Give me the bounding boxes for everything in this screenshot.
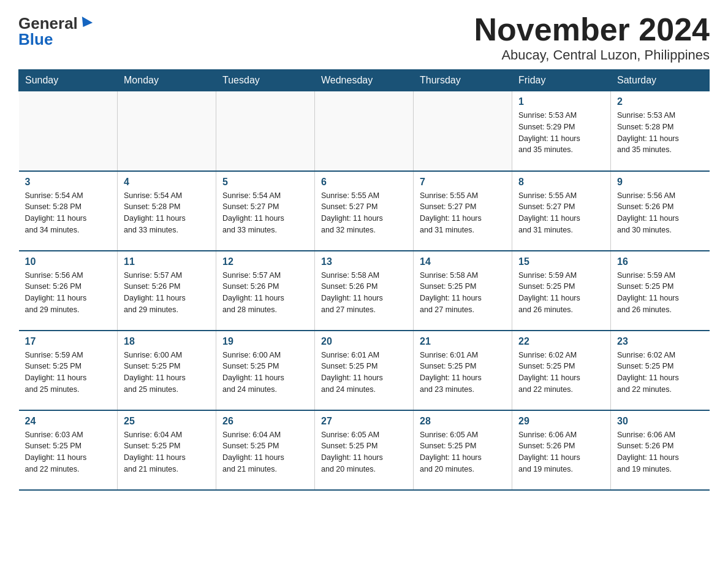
- day-number: 5: [222, 177, 308, 188]
- day-number: 20: [321, 336, 407, 347]
- day-number: 12: [222, 256, 308, 267]
- weekday-header: Saturday: [611, 70, 710, 91]
- calendar-cell: 23Sunrise: 6:02 AMSunset: 5:25 PMDayligh…: [611, 331, 710, 410]
- day-info: Sunrise: 6:01 AMSunset: 5:25 PMDaylight:…: [321, 350, 407, 396]
- day-number: 26: [222, 416, 308, 427]
- calendar-table: SundayMondayTuesdayWednesdayThursdayFrid…: [18, 69, 710, 491]
- day-info: Sunrise: 5:57 AMSunset: 5:26 PMDaylight:…: [124, 270, 210, 316]
- page-header: General Blue November 2024 Abucay, Centr…: [18, 12, 710, 63]
- calendar-cell: 4Sunrise: 5:54 AMSunset: 5:28 PMDaylight…: [118, 171, 216, 251]
- title-block: November 2024 Abucay, Central Luzon, Phi…: [474, 12, 710, 63]
- calendar-cell: 22Sunrise: 6:02 AMSunset: 5:25 PMDayligh…: [512, 331, 611, 410]
- day-info: Sunrise: 5:59 AMSunset: 5:25 PMDaylight:…: [518, 270, 604, 316]
- day-info: Sunrise: 5:58 AMSunset: 5:25 PMDaylight:…: [420, 270, 506, 316]
- calendar-cell: 19Sunrise: 6:00 AMSunset: 5:25 PMDayligh…: [216, 331, 315, 410]
- day-number: 6: [321, 177, 407, 188]
- calendar-cell: 25Sunrise: 6:04 AMSunset: 5:25 PMDayligh…: [118, 410, 216, 490]
- day-info: Sunrise: 6:04 AMSunset: 5:25 PMDaylight:…: [222, 429, 308, 475]
- day-number: 16: [617, 256, 703, 267]
- day-number: 29: [518, 416, 604, 427]
- day-number: 11: [124, 256, 210, 267]
- weekday-header: Friday: [512, 70, 611, 91]
- page-title: November 2024: [474, 12, 710, 47]
- calendar-cell: [19, 91, 118, 171]
- calendar-cell: 24Sunrise: 6:03 AMSunset: 5:25 PMDayligh…: [19, 410, 118, 490]
- day-number: 18: [124, 336, 210, 347]
- calendar-week-row: 17Sunrise: 5:59 AMSunset: 5:25 PMDayligh…: [19, 331, 710, 410]
- day-number: 28: [420, 416, 506, 427]
- day-info: Sunrise: 5:55 AMSunset: 5:27 PMDaylight:…: [518, 190, 604, 236]
- day-info: Sunrise: 6:05 AMSunset: 5:25 PMDaylight:…: [321, 429, 407, 475]
- day-info: Sunrise: 6:06 AMSunset: 5:26 PMDaylight:…: [617, 429, 703, 475]
- day-info: Sunrise: 5:56 AMSunset: 5:26 PMDaylight:…: [25, 270, 112, 316]
- calendar-week-row: 3Sunrise: 5:54 AMSunset: 5:28 PMDaylight…: [19, 171, 710, 251]
- day-number: 8: [518, 177, 604, 188]
- calendar-cell: 27Sunrise: 6:05 AMSunset: 5:25 PMDayligh…: [315, 410, 414, 490]
- day-number: 21: [420, 336, 506, 347]
- calendar-week-row: 24Sunrise: 6:03 AMSunset: 5:25 PMDayligh…: [19, 410, 710, 490]
- day-info: Sunrise: 5:59 AMSunset: 5:25 PMDaylight:…: [25, 350, 112, 396]
- day-number: 9: [617, 177, 703, 188]
- day-info: Sunrise: 6:02 AMSunset: 5:25 PMDaylight:…: [518, 350, 604, 396]
- calendar-cell: 2Sunrise: 5:53 AMSunset: 5:28 PMDaylight…: [611, 91, 710, 171]
- calendar-cell: 14Sunrise: 5:58 AMSunset: 5:25 PMDayligh…: [414, 251, 512, 331]
- day-number: 2: [617, 96, 703, 107]
- day-number: 3: [25, 177, 112, 188]
- day-number: 27: [321, 416, 407, 427]
- weekday-header: Thursday: [414, 70, 512, 91]
- day-info: Sunrise: 5:53 AMSunset: 5:29 PMDaylight:…: [518, 110, 604, 156]
- calendar-cell: [315, 91, 414, 171]
- calendar-cell: 8Sunrise: 5:55 AMSunset: 5:27 PMDaylight…: [512, 171, 611, 251]
- calendar-cell: 7Sunrise: 5:55 AMSunset: 5:27 PMDaylight…: [414, 171, 512, 251]
- day-number: 14: [420, 256, 506, 267]
- logo-triangle-icon: [78, 17, 93, 30]
- day-number: 4: [124, 177, 210, 188]
- calendar-cell: 15Sunrise: 5:59 AMSunset: 5:25 PMDayligh…: [512, 251, 611, 331]
- day-number: 15: [518, 256, 604, 267]
- day-info: Sunrise: 6:02 AMSunset: 5:25 PMDaylight:…: [617, 350, 703, 396]
- weekday-header: Monday: [118, 70, 216, 91]
- day-number: 1: [518, 96, 604, 107]
- day-number: 10: [25, 256, 112, 267]
- day-number: 17: [25, 336, 112, 347]
- calendar-cell: 16Sunrise: 5:59 AMSunset: 5:25 PMDayligh…: [611, 251, 710, 331]
- calendar-cell: [216, 91, 315, 171]
- calendar-cell: 10Sunrise: 5:56 AMSunset: 5:26 PMDayligh…: [19, 251, 118, 331]
- day-number: 23: [617, 336, 703, 347]
- day-info: Sunrise: 5:54 AMSunset: 5:28 PMDaylight:…: [25, 190, 112, 236]
- calendar-cell: 18Sunrise: 6:00 AMSunset: 5:25 PMDayligh…: [118, 331, 216, 410]
- calendar-cell: 21Sunrise: 6:01 AMSunset: 5:25 PMDayligh…: [414, 331, 512, 410]
- calendar-cell: 12Sunrise: 5:57 AMSunset: 5:26 PMDayligh…: [216, 251, 315, 331]
- calendar-cell: 3Sunrise: 5:54 AMSunset: 5:28 PMDaylight…: [19, 171, 118, 251]
- day-number: 19: [222, 336, 308, 347]
- calendar-cell: 28Sunrise: 6:05 AMSunset: 5:25 PMDayligh…: [414, 410, 512, 490]
- day-info: Sunrise: 6:01 AMSunset: 5:25 PMDaylight:…: [420, 350, 506, 396]
- day-info: Sunrise: 6:00 AMSunset: 5:25 PMDaylight:…: [222, 350, 308, 396]
- day-number: 30: [617, 416, 703, 427]
- day-info: Sunrise: 6:00 AMSunset: 5:25 PMDaylight:…: [124, 350, 210, 396]
- calendar-cell: 13Sunrise: 5:58 AMSunset: 5:26 PMDayligh…: [315, 251, 414, 331]
- logo-general-text: General: [18, 15, 78, 31]
- calendar-cell: 20Sunrise: 6:01 AMSunset: 5:25 PMDayligh…: [315, 331, 414, 410]
- day-number: 22: [518, 336, 604, 347]
- calendar-week-row: 1Sunrise: 5:53 AMSunset: 5:29 PMDaylight…: [19, 91, 710, 171]
- day-info: Sunrise: 5:54 AMSunset: 5:28 PMDaylight:…: [124, 190, 210, 236]
- day-info: Sunrise: 5:56 AMSunset: 5:26 PMDaylight:…: [617, 190, 703, 236]
- calendar-cell: 5Sunrise: 5:54 AMSunset: 5:27 PMDaylight…: [216, 171, 315, 251]
- day-info: Sunrise: 6:06 AMSunset: 5:26 PMDaylight:…: [518, 429, 604, 475]
- day-number: 7: [420, 177, 506, 188]
- day-number: 13: [321, 256, 407, 267]
- day-info: Sunrise: 5:58 AMSunset: 5:26 PMDaylight:…: [321, 270, 407, 316]
- calendar-cell: 29Sunrise: 6:06 AMSunset: 5:26 PMDayligh…: [512, 410, 611, 490]
- calendar-cell: [414, 91, 512, 171]
- day-info: Sunrise: 5:54 AMSunset: 5:27 PMDaylight:…: [222, 190, 308, 236]
- day-info: Sunrise: 5:53 AMSunset: 5:28 PMDaylight:…: [617, 110, 703, 156]
- weekday-header: Tuesday: [216, 70, 315, 91]
- day-info: Sunrise: 5:55 AMSunset: 5:27 PMDaylight:…: [321, 190, 407, 236]
- day-number: 24: [25, 416, 112, 427]
- day-number: 25: [124, 416, 210, 427]
- logo: General Blue: [18, 12, 91, 47]
- weekday-header: Wednesday: [315, 70, 414, 91]
- calendar-cell: 1Sunrise: 5:53 AMSunset: 5:29 PMDaylight…: [512, 91, 611, 171]
- weekday-header: Sunday: [19, 70, 118, 91]
